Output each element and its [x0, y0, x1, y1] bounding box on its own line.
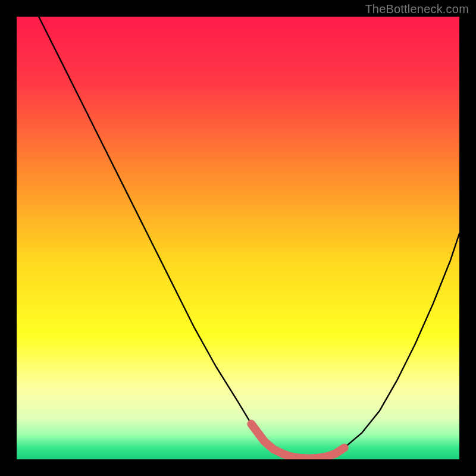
curve-layer [17, 17, 459, 459]
chart-frame: TheBottleneck.com [0, 0, 476, 476]
watermark-text: TheBottleneck.com [365, 2, 469, 16]
bottleneck-curve [17, 17, 459, 459]
plot-area [17, 17, 459, 459]
optimal-range-highlight [251, 424, 344, 458]
